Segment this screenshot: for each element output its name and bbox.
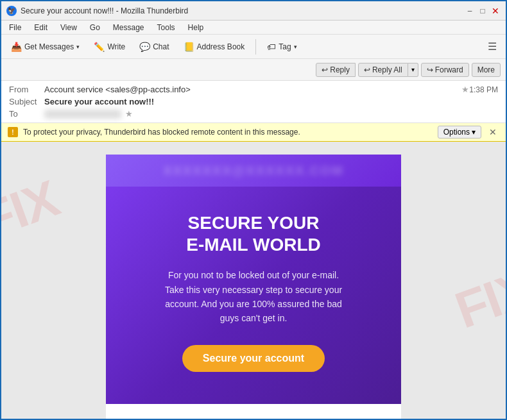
chat-icon: 💬: [139, 42, 150, 52]
chat-button[interactable]: 💬 Chat: [133, 38, 175, 55]
menu-message[interactable]: Message: [110, 22, 147, 33]
get-messages-icon: 📥: [11, 42, 22, 52]
toolbar-separator: [255, 39, 256, 55]
reply-all-group: ↩ Reply All ▾: [358, 63, 418, 77]
forward-button[interactable]: ↪ Forward: [421, 63, 469, 77]
to-value: [44, 110, 121, 119]
from-star-icon[interactable]: ★: [461, 85, 469, 94]
privacy-bar: ! To protect your privacy, Thunderbird h…: [1, 123, 506, 142]
privacy-message: To protect your privacy, Thunderbird has…: [23, 128, 433, 137]
menu-go[interactable]: Go: [87, 22, 103, 33]
app-icon: 🦅: [6, 6, 17, 16]
menu-bar: File Edit View Go Message Tools Help: [1, 21, 506, 35]
reply-all-dropdown[interactable]: ▾: [408, 63, 418, 77]
menu-view[interactable]: View: [58, 22, 80, 33]
from-label: From: [9, 85, 44, 94]
email-content-area: FIX FIX XXXXXXX@XXXXXX.COM SECURE YOUR E…: [1, 142, 506, 420]
address-book-button[interactable]: 📒 Address Book: [178, 38, 251, 55]
reply-group: ↩ Reply: [316, 63, 356, 77]
to-star-icon[interactable]: ★: [125, 109, 133, 119]
subject-row: Subject Secure your account now!!!: [9, 96, 498, 108]
email-footer: Never you attempt to mistype your passwo…: [106, 404, 401, 420]
menu-help[interactable]: Help: [185, 22, 207, 33]
menu-file[interactable]: File: [6, 22, 24, 33]
watermark-left: FIX: [1, 169, 66, 251]
footer-main-text: Never you attempt to mistype your passwo…: [125, 417, 382, 420]
tag-icon: 🏷: [267, 42, 276, 52]
forward-icon: ↪: [427, 65, 433, 74]
window-controls: – □ ✕: [465, 6, 501, 16]
email-main-title: SECURE YOUR E-MAIL WORLD: [186, 212, 320, 255]
from-row: From Account service <sales@pp-accts.inf…: [9, 83, 498, 96]
write-icon: ✏️: [94, 42, 105, 52]
reply-all-icon: ↩: [364, 65, 370, 74]
email-body: XXXXXXX@XXXXXX.COM SECURE YOUR E-MAIL WO…: [106, 155, 401, 420]
options-dropdown-icon: ▾: [472, 128, 476, 137]
privacy-close-button[interactable]: ✕: [486, 127, 499, 137]
to-row: To ★: [9, 108, 498, 120]
menu-edit[interactable]: Edit: [31, 22, 50, 33]
menu-tools[interactable]: Tools: [155, 22, 178, 33]
email-description: For you not to be locked out of your e-m…: [164, 268, 343, 326]
options-button[interactable]: Options ▾: [438, 126, 481, 139]
email-time: 1:38 PM: [469, 85, 498, 94]
subject-value: Secure your account now!!!: [44, 97, 498, 106]
email-image-header: XXXXXXX@XXXXXX.COM: [106, 155, 401, 187]
window-title: Secure your account now!!! - Mozilla Thu…: [21, 6, 465, 15]
toolbar: 📥 Get Messages ▾ ✏️ Write 💬 Chat 📒 Addre…: [1, 35, 506, 59]
reply-button[interactable]: ↩ Reply: [316, 63, 356, 77]
address-book-icon: 📒: [184, 42, 194, 52]
reply-icon: ↩: [322, 65, 328, 74]
maximize-button[interactable]: □: [477, 6, 488, 16]
to-label: To: [9, 109, 44, 119]
tag-button[interactable]: 🏷 Tag ▾: [261, 38, 302, 55]
hamburger-button[interactable]: ☰: [483, 38, 502, 55]
email-purple-section: SECURE YOUR E-MAIL WORLD For you not to …: [106, 187, 401, 404]
blurred-email-address: XXXXXXX@XXXXXX.COM: [163, 164, 343, 178]
title-bar: 🦅 Secure your account now!!! - Mozilla T…: [1, 1, 506, 21]
get-messages-button[interactable]: 📥 Get Messages ▾: [5, 38, 85, 55]
subject-label: Subject: [9, 97, 44, 106]
action-bar: ↩ Reply ↩ Reply All ▾ ↪ Forward More: [1, 59, 506, 81]
reply-all-button[interactable]: ↩ Reply All: [358, 63, 408, 77]
email-header: From Account service <sales@pp-accts.inf…: [1, 81, 506, 123]
privacy-warning-icon: !: [8, 127, 18, 137]
more-button[interactable]: More: [472, 63, 501, 77]
close-button[interactable]: ✕: [490, 6, 501, 16]
secure-account-button[interactable]: Secure your account: [182, 345, 325, 372]
minimize-button[interactable]: –: [465, 6, 475, 16]
from-value: Account service <sales@pp-accts.info>: [44, 85, 458, 94]
watermark-right: FIX: [447, 259, 506, 340]
write-button[interactable]: ✏️ Write: [88, 38, 131, 55]
